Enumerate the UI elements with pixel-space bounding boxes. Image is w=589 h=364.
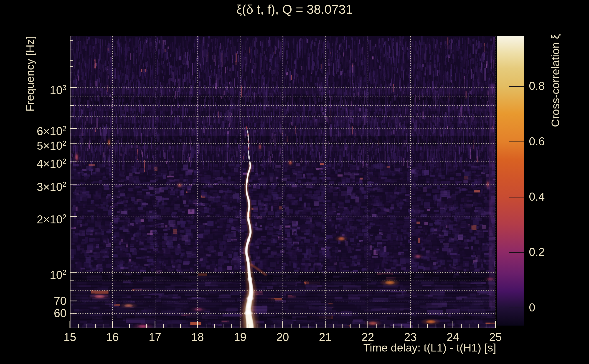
x-tick-label: 16 [94,330,131,344]
x-tick-label: 20 [264,330,301,344]
y-tick-label: 102 [0,265,66,283]
y-tick-label: 103 [0,80,66,98]
x-tick-label: 22 [350,330,386,344]
y-tick-label: 60 [0,306,66,321]
x-tick-label: 17 [137,330,173,344]
x-tick-label: 21 [307,330,343,344]
y-tick-label: 5×102 [0,136,66,153]
x-tick-label: 18 [179,330,216,344]
y-tick-label: 3×102 [0,177,66,195]
colorbar-tick-label: 0.8 [529,79,545,93]
colorbar-tick-mark [509,308,524,308]
colorbar-tick-mark [509,86,524,87]
colorbar-tick-label: 0.2 [529,245,545,259]
x-tick-label: 23 [392,330,429,344]
colorbar-tick-mark [509,142,524,142]
y-tick-label: 4×102 [0,154,66,171]
x-tick-label: 15 [52,330,88,344]
figure: ξ(δ t, f), Q = 38.0731 Frequency [Hz] Ti… [0,0,589,364]
colorbar-tick-label: 0 [529,300,535,315]
plot-title: ξ(δ t, f), Q = 38.0731 [0,1,589,17]
x-tick-label: 19 [222,330,258,344]
x-tick-label: 24 [435,330,471,344]
colorbar [497,36,524,325]
x-tick-label: 25 [477,330,514,344]
colorbar-title: Cross-correlation ξ [549,34,562,127]
y-axis-title: Frequency [Hz] [24,36,36,111]
colorbar-tick-label: 0.4 [529,189,545,204]
colorbar-tick-mark [509,252,524,253]
colorbar-tick-mark [509,197,524,197]
colorbar-tick-label: 0.6 [529,134,545,149]
y-tick-label: 2×102 [0,209,66,227]
